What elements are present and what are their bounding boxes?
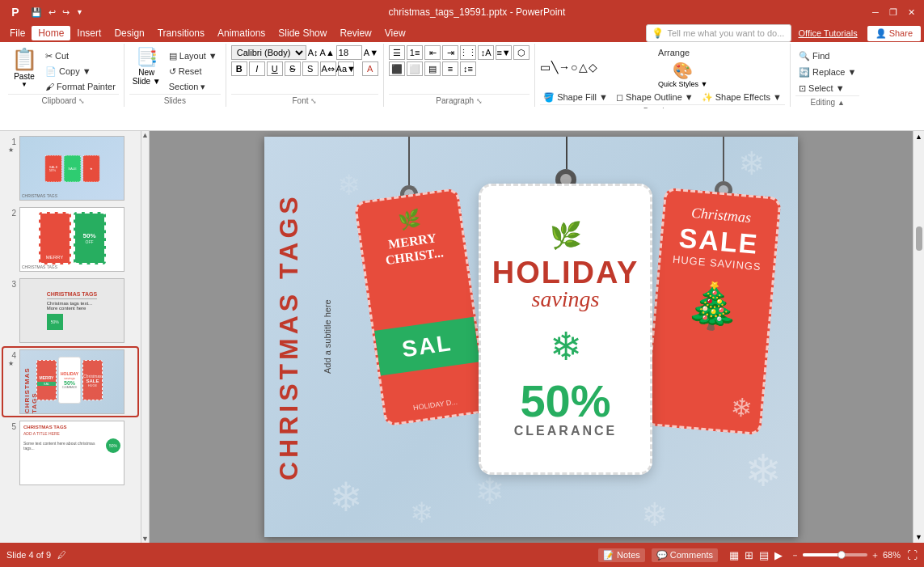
menu-slideshow[interactable]: Slide Show <box>272 26 333 40</box>
font-color-btn[interactable]: A <box>362 61 378 76</box>
slide-notes-icon[interactable]: 🖊 <box>57 550 66 560</box>
slide-sorter-btn[interactable]: ⊞ <box>743 548 755 563</box>
slide-thumb-5[interactable]: 5 CHRISTMAS TAGS ADD A TITLE HERE Some t… <box>3 419 137 487</box>
shape-oval[interactable]: ○ <box>571 61 577 74</box>
office-tutorials-link[interactable]: Office Tutorials <box>798 28 857 38</box>
slide-thumb-2[interactable]: 2 MERRY 50% OFF CHRISTMAS TAGS <box>3 205 137 273</box>
scroll-up-btn[interactable]: ▲ <box>913 131 924 142</box>
menu-transitions[interactable]: Transitions <box>151 26 211 40</box>
layout-btn[interactable]: ▤ Layout ▼ <box>166 49 221 63</box>
columns-btn[interactable]: ⋮⋮ <box>460 45 476 60</box>
section-btn[interactable]: Section ▾ <box>166 79 221 94</box>
zoom-slider[interactable] <box>803 553 867 556</box>
arrange-btn[interactable]: Arrange <box>655 45 711 60</box>
underline-btn[interactable]: U <box>267 61 283 76</box>
menu-home[interactable]: Home <box>32 26 70 40</box>
tell-me-label: Tell me what you want to do... <box>667 28 784 38</box>
change-case-btn[interactable]: Aa▼ <box>338 61 354 76</box>
line-spacing-btn[interactable]: ↕≡ <box>460 61 476 76</box>
increase-indent-btn[interactable]: ⇥ <box>442 45 458 60</box>
numbering-btn[interactable]: 1≡ <box>407 45 423 60</box>
decrease-indent-btn[interactable]: ⇤ <box>424 45 441 60</box>
menu-file[interactable]: File <box>3 26 32 40</box>
slide-canvas[interactable]: ❄ ❄ ❄ ❄ ❄ ❄ ❄ ❄ CHRISTMAS TAGS Add a sub… <box>264 137 798 537</box>
slide-thumb-3[interactable]: 3 CHRISTMAS TAGS Christmas tags text... … <box>3 277 137 345</box>
new-slide-btn[interactable]: 📑 New Slide ▼ <box>129 45 164 87</box>
snowflake-7: ❄ <box>641 496 669 533</box>
share-btn[interactable]: 👤 Share <box>867 26 921 41</box>
char-spacing-btn[interactable]: A⇔ <box>320 61 336 76</box>
save-qa-btn[interactable]: 💾 <box>29 6 44 19</box>
font-size-down-btn[interactable]: A▼ <box>364 48 378 57</box>
paste-btn[interactable]: 📋 Paste ▼ <box>8 45 40 90</box>
menu-animations[interactable]: Animations <box>211 26 272 40</box>
shape-line[interactable]: ╲ <box>551 61 558 74</box>
normal-view-btn[interactable]: ▦ <box>728 548 740 563</box>
notes-btn[interactable]: 📝 Notes <box>598 548 645 562</box>
menu-review[interactable]: Review <box>333 26 378 40</box>
slides-scroll-down[interactable]: ▼ <box>141 535 149 543</box>
bold-btn[interactable]: B <box>231 61 247 76</box>
shape-effects-btn[interactable]: ✨ Shape Effects ▼ <box>698 90 785 104</box>
shape-fill-btn[interactable]: 🪣 Shape Fill ▼ <box>540 90 611 104</box>
slide-thumb-1[interactable]: 1 ★ SALE50% SALE ★ CHRISTMAS TAGS <box>3 134 137 202</box>
font-family-select[interactable]: Calibri (Body) <box>231 45 306 60</box>
format-painter-btn[interactable]: 🖌 Format Painter <box>42 79 119 94</box>
cut-btn[interactable]: ✂ Cut <box>42 49 119 63</box>
select-btn[interactable]: ⊡ Select ▼ <box>795 81 848 95</box>
copy-btn[interactable]: 📄 Copy ▼ <box>42 64 119 78</box>
customize-qa-btn[interactable]: ▼ <box>74 6 85 18</box>
clear-format-btn[interactable]: A↕ <box>308 48 319 57</box>
font-size-input[interactable] <box>336 45 362 60</box>
right-tag[interactable]: Christmas SALE HUGE SAVINGS 🎄 ❄ <box>644 188 782 436</box>
menu-insert[interactable]: Insert <box>70 26 108 40</box>
slide-thumb-4[interactable]: 4 ★ CHRISTMAS TAGS MERRY SAL HOLIDAY sav… <box>3 348 137 416</box>
find-btn[interactable]: 🔍 Find <box>795 49 833 63</box>
align-center-btn[interactable]: ⬜ <box>407 61 423 76</box>
zoom-in-btn[interactable]: ＋ <box>871 549 880 561</box>
shape-triangle[interactable]: △ <box>579 61 588 74</box>
left-tag[interactable]: 🌿 MERRYCHRIST... SAL HOLIDAY D... <box>354 188 490 426</box>
center-tag[interactable]: 🌿 HOLIDAY savings ❄ 50% CLEARANCE <box>479 184 652 475</box>
menu-view[interactable]: View <box>378 26 412 40</box>
smartart-btn[interactable]: ⬡ <box>513 45 530 60</box>
shape-arrow[interactable]: → <box>559 61 570 74</box>
redo-qa-btn[interactable]: ↪ <box>61 6 71 19</box>
menu-design[interactable]: Design <box>108 26 150 40</box>
reset-btn[interactable]: ↺ Reset <box>166 64 221 78</box>
minimize-btn[interactable]: ─ <box>869 6 882 19</box>
clipboard-group: 📋 Paste ▼ ✂ Cut 📄 Copy ▼ 🖌 Format Painte… <box>3 44 124 107</box>
font-size-up-btn[interactable]: A▲ <box>320 48 335 57</box>
slideshow-btn[interactable]: ▶ <box>773 548 784 563</box>
shape-rect[interactable]: ▭ <box>540 61 551 74</box>
italic-btn[interactable]: I <box>249 61 265 76</box>
tell-me-input[interactable]: 💡 Tell me what you want to do... <box>646 24 791 42</box>
shape-outline-btn[interactable]: ◻ Shape Outline ▼ <box>613 90 697 104</box>
fit-to-window-btn[interactable]: ⛶ <box>907 549 918 561</box>
zoom-out-btn[interactable]: － <box>791 549 800 561</box>
slides-scroll-up[interactable]: ▲ <box>141 131 149 139</box>
reading-view-btn[interactable]: ▤ <box>757 548 770 563</box>
close-btn[interactable]: ✕ <box>905 6 918 19</box>
align-left-btn[interactable]: ⬛ <box>389 61 405 76</box>
align-text-btn[interactable]: ≡▼ <box>496 45 512 60</box>
align-right-btn[interactable]: ▤ <box>424 61 441 76</box>
right-scrollbar[interactable]: ▲ ▼ <box>913 131 924 543</box>
shadow-btn[interactable]: S <box>302 61 319 76</box>
restore-btn[interactable]: ❐ <box>887 6 900 19</box>
slide-img-2: MERRY 50% OFF CHRISTMAS TAGS <box>19 207 124 272</box>
quick-styles-btn[interactable]: 🎨 Quick Styles ▼ <box>658 61 707 88</box>
comments-btn[interactable]: 💬 Comments <box>652 548 718 562</box>
drawing-row-2: 🪣 Shape Fill ▼ ◻ Shape Outline ▼ ✨ Shape… <box>540 90 785 104</box>
bullets-btn[interactable]: ☰ <box>389 45 405 60</box>
scroll-thumb[interactable] <box>916 226 922 251</box>
replace-btn[interactable]: 🔄 Replace ▼ <box>795 65 859 79</box>
slides-scrollbar[interactable]: ▲ ▼ <box>141 131 150 543</box>
shape-diamond[interactable]: ◇ <box>589 61 597 74</box>
justify-btn[interactable]: ≡ <box>442 61 458 76</box>
strikethrough-btn[interactable]: S <box>285 61 301 76</box>
text-direction-btn[interactable]: ↕A <box>478 45 494 60</box>
window-title: christmas_tags_19591.pptx - PowerPoint <box>85 6 869 18</box>
undo-qa-btn[interactable]: ↩ <box>47 6 57 19</box>
scroll-down-btn[interactable]: ▼ <box>913 531 924 543</box>
